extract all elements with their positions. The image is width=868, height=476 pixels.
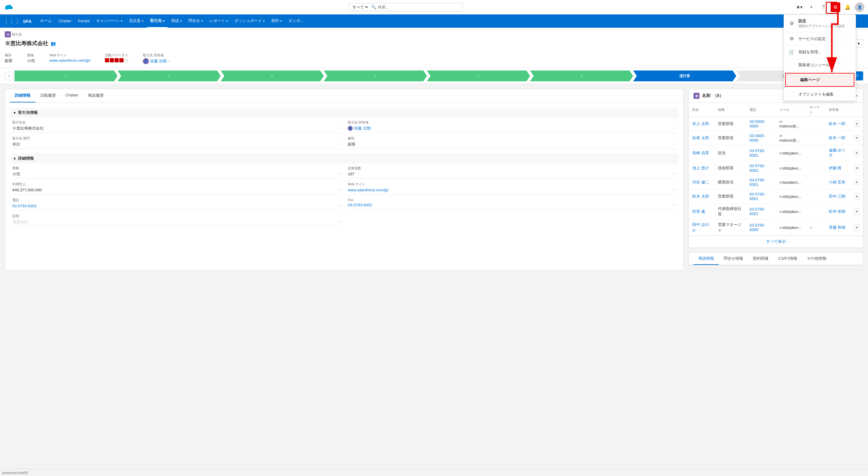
meishi-phone-cell[interactable]: 03-0000-0000 xyxy=(746,131,776,145)
app-launcher-icon[interactable]: ⋮⋮⋮ xyxy=(4,18,20,24)
nav-item-opportunities[interactable]: 商談 ▾ xyxy=(168,14,185,28)
meishi-owner-cell[interactable]: 斉藤 和雄 xyxy=(825,220,851,235)
tab-activity[interactable]: 活動履歴 xyxy=(35,89,61,102)
meishi-name-cell[interactable]: 松尾 太郎 xyxy=(689,131,714,145)
bottom-tab-other[interactable]: その他情報 xyxy=(802,253,831,265)
path-step-5[interactable]: ✓ xyxy=(427,70,530,81)
edit-icon[interactable]: ✏ xyxy=(673,203,676,207)
meishi-name-cell[interactable]: 杉原 薫 xyxy=(689,204,714,220)
gear-menu-item-edit-page[interactable]: 編集ページ xyxy=(785,73,855,87)
meishi-phone-cell[interactable]: 03-5793-8301 xyxy=(746,145,776,161)
meishi-phone-cell[interactable]: 03-0000-0000 xyxy=(746,117,776,131)
meishi-row-dropdown-button[interactable]: ▾ xyxy=(855,121,859,127)
gear-button[interactable]: ⚙ xyxy=(831,2,840,12)
meishi-phone-cell[interactable]: 03-5793-8301 xyxy=(746,175,776,190)
nav-item-accounts[interactable]: 取引先 ▾ xyxy=(147,14,167,28)
edit-icon[interactable]: ✏ xyxy=(673,126,676,130)
edit-icon[interactable]: ✏ xyxy=(673,172,676,176)
meishi-name-cell[interactable]: 長峰 伯享 xyxy=(689,145,714,161)
nav-item-cases[interactable]: 問合せ ▾ xyxy=(185,14,206,28)
account-info-header[interactable]: ▾ 取引先情報 xyxy=(10,107,678,118)
path-toggle-button[interactable]: › xyxy=(5,72,13,80)
meishi-name-cell[interactable]: 池上 悠介 xyxy=(689,161,714,175)
path-step-active[interactable]: 流行客 xyxy=(633,70,736,81)
meishi-row-dropdown-button[interactable]: ▾ xyxy=(855,150,859,156)
record-header: ⊞ 取引先 ※恵比寿株式会社 👥 + フォローする ▾ ✏ ▾ 種別 顧客 業種… xyxy=(0,28,868,68)
bottom-tab-contracts[interactable]: 契約関連 xyxy=(748,253,773,265)
meishi-owner-cell[interactable]: 遠藤 ゆう子 xyxy=(825,145,851,161)
path-step-6[interactable]: ✓ xyxy=(530,70,633,81)
owner-field: 👤 佐藤 次朗 xyxy=(348,126,371,131)
table-row: 松尾 太郎 営業部長 03-0000-0000 ✉matsuo@... 鈴木 一… xyxy=(689,131,863,145)
edit-icon[interactable]: ✏ xyxy=(338,172,341,176)
path-step-1[interactable]: ✓ xyxy=(14,70,118,81)
bottom-tab-deals[interactable]: 商談情報 xyxy=(693,253,719,265)
nav-item-campaign[interactable]: キャンペーン ▾ xyxy=(93,14,125,28)
edit-icon[interactable]: ✏ xyxy=(338,188,341,192)
edit-icon[interactable]: ✏ xyxy=(338,220,341,224)
meishi-row-dropdown-button[interactable]: ▾ xyxy=(855,209,859,215)
favorites-button[interactable]: ★▾ xyxy=(795,2,804,12)
search-scope-select[interactable]: すべて xyxy=(351,4,369,10)
meishi-phone-cell[interactable]: 03-5793-8301 xyxy=(746,161,776,175)
meishi-phone-cell[interactable]: 03-5793-8301 xyxy=(746,190,776,204)
bottom-tab-cases[interactable]: 問合せ情報 xyxy=(719,253,748,265)
detail-section-header[interactable]: ▾ 詳細情報 xyxy=(10,153,678,164)
meishi-row-dropdown-button[interactable]: ▾ xyxy=(855,165,859,171)
nav-item-onboard[interactable]: オンボ... xyxy=(285,14,307,28)
gear-menu-item-edit-object[interactable]: オブジェクトを編集 xyxy=(784,88,856,101)
meishi-owner-cell[interactable]: 伊藤 茜 xyxy=(825,161,851,175)
meishi-row-dropdown-button[interactable]: ▾ xyxy=(855,135,859,141)
meishi-owner-cell[interactable]: 田中 三朗 xyxy=(825,190,851,204)
tab-detail[interactable]: 詳細情報 xyxy=(10,89,35,102)
meishi-row-dropdown-button[interactable]: ▾ xyxy=(855,224,859,230)
add-button[interactable]: + xyxy=(807,2,816,12)
path-step-4[interactable]: ✓ xyxy=(324,70,427,81)
path-step-3[interactable]: ✓ xyxy=(221,70,324,81)
edit-icon[interactable]: ✏ xyxy=(673,142,676,146)
notification-button[interactable]: 🔔 xyxy=(843,2,852,12)
meishi-row-dropdown-button[interactable]: ▾ xyxy=(855,179,859,185)
meishi-name-cell[interactable]: 鈴木 太郎 xyxy=(689,190,714,204)
meishi-email-cell: ✉sfdcjdem... xyxy=(776,220,806,235)
chevron-right-icon: › xyxy=(8,74,10,78)
nav-item-reports[interactable]: レポート ▾ xyxy=(207,14,231,28)
search-input[interactable] xyxy=(378,5,460,9)
meishi-action-cell: ▾ xyxy=(851,220,863,235)
meishi-owner-cell[interactable]: 松井 佑樹 xyxy=(825,204,851,220)
edit-icon[interactable]: ✏ xyxy=(673,188,676,192)
meishi-name-cell[interactable]: 渋谷 健二 xyxy=(689,175,714,190)
edit-icon[interactable]: ✏ xyxy=(338,126,341,130)
meishi-owner-cell[interactable]: 鈴木 一郎 xyxy=(825,131,851,145)
meishi-show-all-link[interactable]: すべて表示 xyxy=(689,235,863,247)
nav-item-home[interactable]: ホーム xyxy=(37,14,55,28)
gear-menu-item-dev-console[interactable]: 開発者コンソール xyxy=(784,59,856,72)
meishi-name-cell[interactable]: 田中 ほのか xyxy=(689,220,714,235)
meishi-owner-cell[interactable]: 鈴木 一郎 xyxy=(825,117,851,131)
meishi-phone-cell[interactable]: 03-5793-8301 xyxy=(746,204,776,220)
nav-item-leads[interactable]: 見込客 ▾ xyxy=(126,14,147,28)
bottom-tab-cspj[interactable]: CS/PJ情報 xyxy=(773,253,802,265)
edit-icon[interactable]: ✏ xyxy=(338,142,341,146)
email-icon: ✉ xyxy=(779,152,782,155)
meishi-email-cell: ✉matsuo@... xyxy=(776,131,806,145)
meishi-name-cell[interactable]: 井上 太郎 xyxy=(689,117,714,131)
meishi-phone-cell[interactable]: 03-5793-8300 xyxy=(746,220,776,235)
nav-item-chatter[interactable]: Chatter xyxy=(56,14,74,28)
edit-icon[interactable]: ✏ xyxy=(338,204,341,208)
path-step-2[interactable]: ✓ xyxy=(118,70,221,81)
nav-item-contracts[interactable]: 契約 ▾ xyxy=(268,14,285,28)
main-content: 詳細情報 活動履歴 Chatter 商談履歴 ▾ 取引先情報 取引先名 ※恵比寿… xyxy=(0,84,868,275)
tab-chatter[interactable]: Chatter xyxy=(61,89,83,102)
gear-menu-item-service-settings[interactable]: ⚙ サービスの設定 xyxy=(784,32,856,45)
meishi-owner-cell[interactable]: 小林 宏美 xyxy=(825,175,851,190)
nav-item-dashboards[interactable]: ダッシュボード ▾ xyxy=(231,14,268,28)
gear-menu-item-subscription[interactable]: 🛒 登録を管理... xyxy=(784,45,856,59)
gear-menu-item-settings[interactable]: ⚙ 設定 現在のアプリケーションの設定 xyxy=(784,15,856,32)
tab-opportunities[interactable]: 商談履歴 xyxy=(83,89,108,102)
meishi-action-cell: ▾ xyxy=(851,204,863,220)
help-button[interactable]: ? xyxy=(818,2,828,12)
avatar[interactable]: 👤 xyxy=(855,2,864,12)
meishi-row-dropdown-button[interactable]: ▾ xyxy=(855,193,859,199)
nav-item-pardot[interactable]: Pardot xyxy=(75,14,93,28)
